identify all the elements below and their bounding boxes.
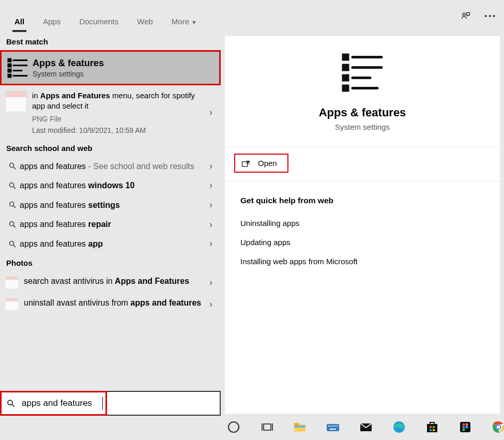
svg-rect-46 [427,424,437,432]
svg-rect-37 [327,424,339,431]
chevron-right-icon: › [206,238,216,249]
chevron-down-icon: ▼ [191,19,197,25]
web-suggestion-text: apps and features windows 10 [20,180,206,191]
help-link[interactable]: Uninstalling apps [240,214,484,233]
search-input[interactable] [21,398,220,409]
svg-rect-22 [343,86,348,90]
photo-result[interactable]: uninstall avast antivirus from apps and … [0,293,221,315]
search-icon [5,220,20,229]
edge-browser-icon[interactable] [392,418,406,436]
apps-features-list-icon [7,57,28,79]
best-match-result[interactable]: Apps & features System settings [0,50,221,85]
cortana-icon[interactable] [226,418,241,436]
search-icon [5,240,20,248]
search-icon [5,181,20,190]
svg-rect-50 [433,429,435,431]
search-filter-tabs: All Apps Documents Web More▼ ••• [0,0,504,32]
svg-rect-41 [334,426,335,427]
svg-point-13 [10,202,14,206]
svg-rect-27 [242,162,248,166]
svg-rect-4 [8,74,11,77]
svg-point-30 [228,422,239,432]
file-explorer-icon[interactable] [293,418,307,436]
file-modified-label: Last modified: 10/9/2021, 10:59 AM [32,126,206,134]
search-icon [5,162,20,170]
web-suggestion-text: apps and features settings [20,200,206,211]
onscreen-keyboard-icon[interactable] [326,418,340,436]
preview-pane: Apps & features System settings Open Get… [225,36,500,414]
help-header: Get quick help from web [240,196,484,205]
svg-rect-1 [8,59,11,62]
svg-point-0 [463,13,465,16]
svg-rect-43 [330,429,336,430]
svg-point-15 [10,222,14,226]
web-suggestion-text: apps and features app [20,238,206,250]
svg-point-11 [10,183,14,187]
mail-icon[interactable] [359,418,373,436]
svg-point-55 [466,426,468,429]
svg-rect-19 [343,55,348,59]
svg-point-17 [10,241,14,245]
web-suggestion[interactable]: apps and features - See school and web r… [0,157,221,176]
svg-line-16 [13,225,16,227]
web-suggestion[interactable]: apps and features windows 10 › [0,176,221,195]
tab-documents[interactable]: Documents [70,12,128,32]
photo-thumbnail-icon [5,276,19,289]
tab-web[interactable]: Web [128,12,162,32]
svg-rect-40 [332,426,333,427]
tab-more[interactable]: More▼ [162,12,206,32]
file-result-title: in Apps and Features menu, search for sp… [32,90,206,112]
svg-rect-35 [294,423,299,426]
chevron-right-icon: › [206,299,216,310]
microsoft-store-icon[interactable] [425,418,439,436]
svg-rect-21 [343,75,348,80]
svg-rect-32 [264,424,271,430]
svg-line-10 [13,167,16,169]
svg-line-14 [13,206,16,208]
svg-rect-42 [337,426,338,427]
svg-point-52 [463,423,465,426]
photo-result-text: search avast antivirus in Apps and Featu… [24,276,206,289]
chevron-right-icon: › [206,277,216,288]
web-suggestion[interactable]: apps and features repair › [0,215,221,234]
svg-rect-2 [8,64,11,67]
results-column: Best match Apps & fea [0,32,221,414]
svg-rect-48 [433,426,435,428]
svg-rect-47 [430,426,432,428]
figma-icon[interactable] [458,418,472,436]
task-view-icon[interactable] [259,418,274,436]
svg-point-53 [466,423,468,426]
open-button[interactable]: Open [234,154,288,173]
search-box[interactable] [0,391,221,416]
taskbar [0,414,504,440]
section-header-web: Search school and web [0,139,221,157]
best-match-subtitle: System settings [33,70,104,78]
options-icon[interactable]: ••• [484,12,497,20]
file-result[interactable]: in Apps and Features menu, search for sp… [0,85,221,139]
preview-title: Apps & features [225,106,500,119]
svg-point-59 [497,426,500,429]
apps-features-list-icon [341,52,384,92]
help-link[interactable]: Updating apps [240,233,484,252]
tab-all[interactable]: All [5,12,34,32]
feedback-icon[interactable] [461,11,471,21]
web-suggestion[interactable]: apps and features app › [0,234,221,254]
web-suggestion[interactable]: apps and features settings › [0,195,221,215]
svg-rect-36 [294,426,306,428]
open-button-label: Open [258,159,277,168]
svg-point-56 [463,429,465,431]
chrome-icon[interactable] [491,418,504,436]
section-header-photos: Photos [0,253,221,271]
chevron-right-icon: › [206,107,216,118]
photo-result-text: uninstall avast antivirus from apps and … [24,297,206,311]
svg-point-54 [463,426,465,429]
text-caret [102,397,103,409]
tab-apps[interactable]: Apps [34,12,70,32]
svg-rect-20 [343,65,348,70]
chevron-right-icon: › [206,161,216,172]
help-link[interactable]: Installing web apps from Microsoft [240,252,484,271]
svg-point-9 [10,163,14,168]
open-icon [241,159,251,168]
photo-result[interactable]: search avast antivirus in Apps and Featu… [0,271,221,293]
search-icon [1,399,21,408]
